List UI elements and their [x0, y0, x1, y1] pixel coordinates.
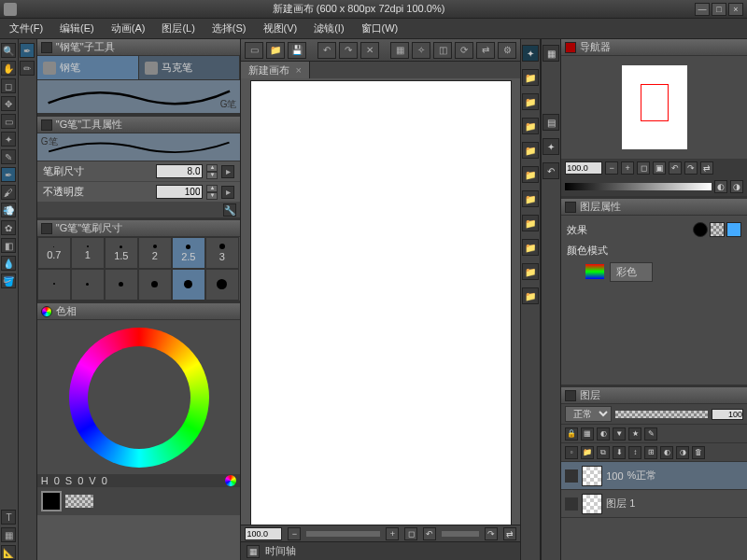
rotate-icon[interactable]: ⟳ — [455, 42, 473, 59]
opacity-link-icon[interactable]: ▸ — [221, 186, 234, 199]
brush-preview[interactable]: G笔 — [37, 80, 241, 114]
tool-deco-icon[interactable]: ✿ — [1, 220, 16, 235]
menu-select[interactable]: 选择(S) — [208, 20, 250, 37]
nav-slider[interactable] — [565, 183, 712, 190]
tool-pen-icon[interactable]: ✒ — [1, 167, 16, 182]
canvas-tab[interactable]: 新建画布× — [241, 62, 309, 79]
opacity-input[interactable] — [156, 185, 203, 199]
brush-size-input[interactable] — [156, 164, 203, 178]
visibility-icon[interactable] — [565, 497, 578, 511]
timeline-icon[interactable]: ▦ — [247, 545, 260, 558]
size-4[interactable]: 2.5 — [172, 237, 205, 269]
minimize-button[interactable]: — — [695, 3, 710, 16]
nav-opt2-icon[interactable]: ◑ — [730, 180, 743, 193]
dock-layer-icon[interactable]: ▤ — [543, 114, 559, 131]
ref-icon[interactable]: ★ — [628, 427, 641, 441]
nav-zoom-input[interactable] — [565, 161, 602, 175]
subtool-marker[interactable]: 马克笔 — [139, 56, 241, 79]
size-down[interactable]: ▼ — [206, 172, 218, 179]
dock-folder5-icon[interactable]: 📁 — [522, 166, 539, 183]
dock-checker-icon[interactable]: ▦ — [543, 45, 559, 62]
nav-fit-icon[interactable]: ◻ — [637, 161, 650, 175]
dup-layer-icon[interactable]: ⧉ — [597, 446, 610, 459]
nav-rot-l-icon[interactable]: ↶ — [669, 161, 682, 175]
delete-icon[interactable]: ✕ — [360, 42, 379, 59]
redo-icon[interactable]: ↷ — [339, 42, 358, 59]
tool-eyedrop-icon[interactable]: ✎ — [1, 149, 16, 164]
nav-preview[interactable] — [622, 65, 687, 149]
nav-opt1-icon[interactable]: ◐ — [714, 180, 727, 193]
dock-history-icon[interactable]: ↶ — [543, 162, 559, 179]
close-button[interactable]: × — [728, 3, 743, 16]
blend-mode-select[interactable]: 正常 — [565, 406, 612, 422]
menu-file[interactable]: 文件(F) — [6, 20, 47, 37]
dock-folder1-icon[interactable]: 📁 — [522, 69, 539, 86]
new-icon[interactable]: ▭ — [245, 42, 263, 59]
tool-marquee-icon[interactable]: ▭ — [1, 114, 16, 129]
size-b5[interactable] — [205, 269, 239, 301]
tool-hand-icon[interactable]: ✋ — [1, 61, 16, 76]
dock-folder10-icon[interactable]: 📁 — [522, 287, 539, 304]
open-icon[interactable]: 📁 — [266, 42, 285, 59]
new-layer-icon[interactable]: ▫ — [565, 446, 578, 459]
tool-move-icon[interactable]: ✥ — [1, 96, 16, 111]
colormode-select[interactable]: 彩色 — [610, 262, 653, 282]
opacity-slider[interactable] — [615, 411, 708, 418]
draft-icon[interactable]: ✎ — [644, 427, 657, 441]
flip-h-icon[interactable]: ⇄ — [503, 527, 516, 540]
tool-blend-icon[interactable]: 💧 — [1, 256, 16, 271]
size-b4[interactable] — [172, 269, 205, 301]
flip-icon[interactable]: ⇄ — [476, 42, 495, 59]
tool-airbrush-icon[interactable]: 💨 — [1, 203, 16, 217]
layer-row-2[interactable]: 图层 1 — [561, 490, 747, 518]
snap-icon[interactable]: ✧ — [412, 42, 430, 59]
size-0[interactable]: 0.7 — [37, 237, 71, 269]
settings-icon[interactable]: ⚙ — [498, 42, 516, 59]
zoom-slider[interactable] — [306, 531, 380, 537]
menu-filter[interactable]: 滤镜(I) — [310, 20, 347, 37]
nav-viewport[interactable] — [641, 84, 669, 121]
lock-pixel-icon[interactable]: ▦ — [581, 427, 594, 441]
size-5[interactable]: 3 — [205, 237, 239, 269]
subtool-pen[interactable]: 钢笔 — [37, 56, 139, 79]
fit-icon[interactable]: ◻ — [404, 527, 417, 540]
ruler-icon[interactable]: ◫ — [433, 42, 452, 59]
rotate-right-icon[interactable]: ↷ — [485, 527, 498, 540]
menu-layer[interactable]: 图层(L) — [158, 20, 198, 37]
tool-eraser-icon[interactable]: ◧ — [1, 238, 16, 253]
zoom-in-icon[interactable]: + — [386, 527, 399, 540]
color-wheel[interactable] — [37, 320, 241, 474]
rotate-slider[interactable] — [442, 531, 479, 537]
menu-view[interactable]: 视图(V) — [260, 20, 302, 37]
clip-icon[interactable]: ▼ — [613, 427, 626, 441]
color-icon[interactable] — [225, 475, 236, 486]
tool-text-icon[interactable]: T — [1, 510, 16, 525]
opacity-down[interactable]: ▼ — [206, 192, 218, 200]
transfer-icon[interactable]: ↕ — [628, 446, 641, 459]
save-icon[interactable]: 💾 — [288, 42, 306, 59]
size-b0[interactable] — [37, 269, 71, 301]
size-up[interactable]: ▲ — [206, 164, 218, 172]
menu-window[interactable]: 窗口(W) — [358, 20, 402, 37]
visibility-icon[interactable] — [565, 469, 578, 483]
color-square[interactable] — [106, 365, 172, 430]
dock-folder3-icon[interactable]: 📁 — [522, 118, 539, 134]
delete-layer-icon[interactable]: 🗑 — [692, 446, 705, 459]
dock-folder8-icon[interactable]: 📁 — [522, 239, 539, 256]
effect-tone-icon[interactable] — [710, 222, 725, 237]
tool-pencil-icon[interactable]: ✏ — [20, 61, 35, 76]
canvas-area[interactable] — [241, 78, 520, 525]
size-b1[interactable] — [71, 269, 105, 301]
menu-edit[interactable]: 编辑(E) — [56, 20, 98, 37]
apply-mask-icon[interactable]: ◑ — [676, 446, 689, 459]
nav-zoom-out-icon[interactable]: − — [605, 161, 618, 175]
transparency-swatch[interactable] — [65, 495, 93, 508]
nav-100-icon[interactable]: ▣ — [653, 161, 666, 175]
wrench-icon[interactable]: 🔧 — [223, 203, 236, 217]
tool-rotate-icon[interactable]: ◻ — [1, 78, 16, 93]
nav-zoom-in-icon[interactable]: + — [621, 161, 634, 175]
size-3[interactable]: 2 — [138, 237, 172, 269]
fg-swatch[interactable] — [41, 491, 62, 511]
tool-pen2-icon[interactable]: ✒ — [20, 43, 35, 58]
size-b3[interactable] — [138, 269, 172, 301]
